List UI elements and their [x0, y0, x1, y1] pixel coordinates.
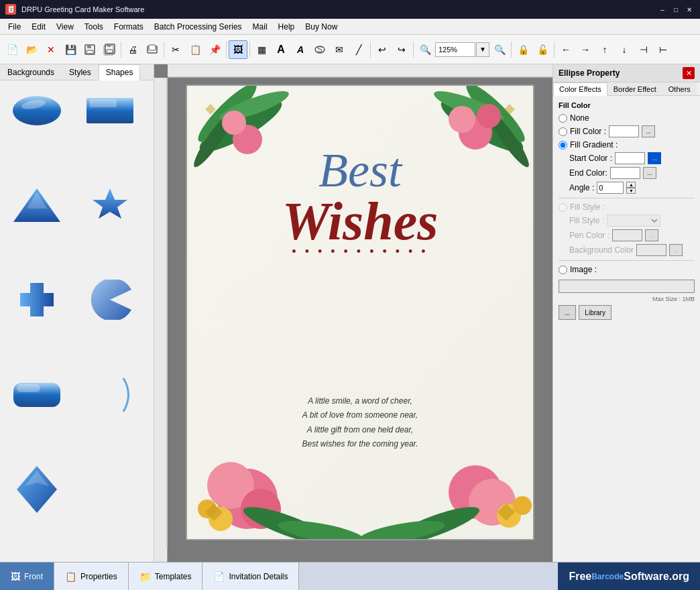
angle-input[interactable]: [597, 182, 624, 194]
close-button[interactable]: ✕: [42, 40, 60, 59]
bg-color-dots-button[interactable]: ...: [669, 244, 683, 256]
fill-style-dropdown[interactable]: [607, 215, 660, 227]
print-button[interactable]: 🖨: [123, 40, 142, 59]
shape-diamond[interactable]: [7, 466, 67, 513]
property-close-button[interactable]: ✕: [683, 67, 695, 79]
invitation-tab-icon: 📄: [213, 571, 225, 582]
angle-up-button[interactable]: ▲: [626, 182, 636, 188]
shape-star[interactable]: [80, 182, 140, 229]
menu-edit[interactable]: Edit: [26, 21, 51, 33]
image-path-input[interactable]: [559, 280, 695, 293]
forward-button[interactable]: →: [576, 40, 595, 59]
image-radio[interactable]: [559, 266, 567, 274]
end-color-box[interactable]: [610, 167, 640, 179]
cut-button[interactable]: ✂: [166, 40, 185, 59]
email-button[interactable]: ✉: [330, 40, 349, 59]
paste-button[interactable]: 📌: [205, 40, 224, 59]
fill-color-radio[interactable]: [559, 127, 567, 136]
zoom-in-button[interactable]: 🔍: [416, 40, 434, 59]
tab-color-effects[interactable]: Color Effects: [553, 82, 607, 96]
fill-none-radio[interactable]: [559, 114, 567, 123]
close-window-button[interactable]: ✕: [684, 4, 695, 15]
card[interactable]: Best Wishes • • • • • • • • • • • A litt…: [186, 84, 534, 540]
save-all-button[interactable]: [100, 40, 119, 59]
lock2-button[interactable]: 🔓: [533, 40, 552, 59]
library-button[interactable]: Library: [579, 305, 611, 320]
zoom-out-button[interactable]: 🔍: [490, 40, 509, 59]
svg-rect-26: [154, 78, 168, 547]
text-art-button[interactable]: A: [291, 40, 310, 59]
poem-line-1: A little smile, a word of cheer,: [246, 394, 474, 409]
up-button[interactable]: ↑: [595, 40, 614, 59]
fill-gradient-radio[interactable]: [559, 141, 567, 150]
pen-color-box[interactable]: [612, 229, 642, 241]
image-button[interactable]: 🖼: [229, 40, 247, 59]
tab-others[interactable]: Others: [662, 82, 697, 95]
lock-button[interactable]: 🔒: [514, 40, 532, 59]
tab-invitation-details[interactable]: 📄 Invitation Details: [202, 563, 299, 590]
browse-button[interactable]: ...: [559, 305, 576, 320]
copy-button[interactable]: 📋: [186, 40, 205, 59]
start-color-dots-button[interactable]: ...: [648, 152, 661, 164]
start-color-box[interactable]: [615, 152, 645, 164]
line-button[interactable]: ╱: [349, 40, 368, 59]
tab-properties[interactable]: 📋 Properties: [54, 563, 129, 590]
save-as-button[interactable]: [80, 40, 99, 59]
fill-style-label: Fill Style :: [570, 202, 605, 212]
app-title: DRPU Greeting Card Maker Software: [21, 5, 652, 13]
menu-tools[interactable]: Tools: [79, 21, 109, 33]
menu-formats[interactable]: Formats: [109, 21, 149, 33]
tab-backgrounds[interactable]: Backgrounds: [0, 64, 62, 80]
shape-cross[interactable]: [7, 276, 67, 323]
shape-triangle[interactable]: [7, 182, 67, 229]
svg-rect-6: [107, 50, 113, 53]
down-button[interactable]: ↓: [615, 40, 634, 59]
best-text: Best: [259, 146, 461, 194]
zoom-input[interactable]: [435, 42, 475, 57]
fill-style-radio[interactable]: [559, 203, 567, 212]
angle-spinner[interactable]: ▲ ▼: [626, 182, 636, 194]
pen-color-dots-button[interactable]: ...: [645, 229, 658, 241]
menu-buy-now[interactable]: Buy Now: [300, 21, 343, 33]
align-left-button[interactable]: ⊣: [634, 40, 653, 59]
barcode-button[interactable]: ▦: [252, 40, 271, 59]
fill-color-dots-button[interactable]: ...: [642, 125, 655, 137]
menu-file[interactable]: File: [3, 21, 26, 33]
zoom-dropdown-button[interactable]: ▼: [476, 42, 489, 57]
shape-tabs: Backgrounds Styles Shapes: [0, 64, 154, 80]
redo-button[interactable]: ↪: [392, 40, 411, 59]
text-button[interactable]: A: [272, 40, 290, 59]
canvas-area: var s = ''; for(var i=0;i<20;i++){ var x…: [154, 64, 552, 562]
fill-color-box[interactable]: [609, 125, 639, 137]
shape-rectangle[interactable]: [80, 87, 140, 134]
shape-curve[interactable]: [80, 371, 140, 418]
tab-shapes[interactable]: Shapes: [99, 64, 141, 80]
bg-color-box[interactable]: [636, 244, 666, 256]
tab-templates[interactable]: 📁 Templates: [129, 563, 203, 590]
wordart-button[interactable]: S: [310, 40, 329, 59]
shape-ellipse[interactable]: [7, 87, 67, 134]
back-button[interactable]: ←: [557, 40, 575, 59]
menu-help[interactable]: Help: [273, 21, 300, 33]
tab-border-effect[interactable]: Border Effect: [607, 82, 662, 95]
angle-down-button[interactable]: ▼: [626, 188, 636, 194]
tab-front[interactable]: 🖼 Front: [0, 563, 54, 590]
tab-styles[interactable]: Styles: [62, 64, 99, 80]
menu-batch-processing[interactable]: Batch Processing Series: [149, 21, 247, 33]
svg-rect-2: [86, 50, 93, 54]
align-right-button[interactable]: ⊢: [654, 40, 673, 59]
undo-button[interactable]: ↩: [373, 40, 392, 59]
open-button[interactable]: 📂: [22, 40, 41, 59]
new-button[interactable]: 📄: [3, 40, 21, 59]
property-content: Fill Color None Fill Color : ... Fill Gr…: [553, 96, 700, 562]
maximize-button[interactable]: □: [670, 4, 681, 15]
save-button[interactable]: 💾: [61, 40, 80, 59]
shape-rounded-rect[interactable]: [7, 371, 67, 418]
menu-mail[interactable]: Mail: [247, 21, 273, 33]
end-color-dots-button[interactable]: ...: [643, 167, 656, 179]
angle-row: Angle : ▲ ▼: [559, 182, 695, 194]
shape-pacman[interactable]: [80, 276, 140, 323]
minimize-button[interactable]: –: [657, 4, 668, 15]
print-preview-button[interactable]: [143, 40, 162, 59]
menu-view[interactable]: View: [51, 21, 79, 33]
